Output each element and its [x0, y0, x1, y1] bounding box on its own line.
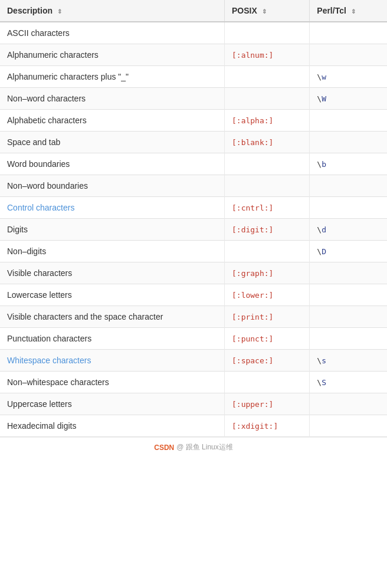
table-container: Description ⇕ POSIX ⇕ Perl/Tcl ⇕ ASCII c…: [0, 0, 387, 437]
table-row: Whitespace characters[:space:]\s: [0, 350, 387, 372]
cell-posix: [224, 66, 309, 88]
cell-perl: \b: [310, 153, 387, 175]
table-row: Word boundaries\b: [0, 153, 387, 175]
cell-perl: \D: [310, 241, 387, 262]
perl-value: \S: [317, 378, 326, 387]
table-header-row: Description ⇕ POSIX ⇕ Perl/Tcl ⇕: [0, 0, 387, 22]
table-row: Space and tab[:blank:]: [0, 132, 387, 153]
table-row: Digits[:digit:]\d: [0, 219, 387, 241]
cell-posix: [224, 153, 309, 175]
cell-description: Punctuation characters: [0, 328, 224, 350]
cell-posix: [:blank:]: [224, 132, 309, 153]
cell-posix: [224, 175, 309, 197]
cell-description: Alphanumeric characters plus "_": [0, 66, 224, 88]
posix-value: [:alpha:]: [232, 116, 273, 125]
table-row: ASCII characters: [0, 22, 387, 44]
description-link[interactable]: Whitespace characters: [7, 356, 91, 365]
cell-description: Whitespace characters: [0, 350, 224, 372]
cell-perl: \W: [310, 88, 387, 110]
cell-perl: [310, 393, 387, 415]
sort-icon-description: ⇕: [57, 8, 62, 15]
cell-posix: [224, 22, 309, 44]
cell-description: Non–digits: [0, 241, 224, 262]
cell-perl: [310, 175, 387, 197]
posix-value: [:punct:]: [232, 334, 273, 343]
cell-description: Hexadecimal digits: [0, 415, 224, 437]
cell-perl: [310, 262, 387, 284]
col-label-posix: POSIX: [232, 6, 257, 15]
table-row: Non–whitespace characters\S: [0, 372, 387, 393]
cell-description: Non–word characters: [0, 88, 224, 110]
cell-perl: \d: [310, 219, 387, 241]
cell-description: ASCII characters: [0, 22, 224, 44]
table-row: Alphabetic characters[:alpha:]: [0, 110, 387, 132]
cell-posix: [:space:]: [224, 350, 309, 372]
cell-posix: [:graph:]: [224, 262, 309, 284]
cell-perl: [310, 415, 387, 437]
watermark-bar: CSDN @ 跟鱼 Linux运维: [0, 437, 387, 457]
cell-description: Uppercase letters: [0, 393, 224, 415]
posix-value: [:cntrl:]: [232, 203, 273, 212]
cell-description: Alphabetic characters: [0, 110, 224, 132]
posix-value: [:space:]: [232, 356, 273, 365]
cell-perl: \w: [310, 66, 387, 88]
posix-value: [:lower:]: [232, 291, 273, 300]
cell-posix: [:alpha:]: [224, 110, 309, 132]
cell-perl: [310, 197, 387, 219]
table-row: Uppercase letters[:upper:]: [0, 393, 387, 415]
table-row: Non–word characters\W: [0, 88, 387, 110]
watermark-suffix: @ 跟鱼 Linux运维: [176, 442, 233, 452]
cell-posix: [224, 241, 309, 262]
col-header-perl[interactable]: Perl/Tcl ⇕: [310, 0, 387, 22]
cell-description: Alphanumeric characters: [0, 44, 224, 66]
cell-description: Control characters: [0, 197, 224, 219]
cell-description: Lowercase letters: [0, 284, 224, 306]
cell-posix: [:cntrl:]: [224, 197, 309, 219]
cell-posix: [:punct:]: [224, 328, 309, 350]
col-header-description[interactable]: Description ⇕: [0, 0, 224, 22]
table-row: Lowercase letters[:lower:]: [0, 284, 387, 306]
col-header-posix[interactable]: POSIX ⇕: [224, 0, 309, 22]
description-link[interactable]: Control characters: [7, 203, 74, 212]
col-label-description: Description: [7, 6, 53, 15]
cell-posix: [224, 88, 309, 110]
csdn-logo: CSDN: [154, 444, 174, 452]
cell-perl: [310, 110, 387, 132]
cell-posix: [:lower:]: [224, 284, 309, 306]
perl-value: \w: [317, 73, 326, 81]
table-row: Hexadecimal digits[:xdigit:]: [0, 415, 387, 437]
posix-value: [:alnum:]: [232, 51, 273, 60]
perl-value: \b: [317, 160, 326, 169]
sort-icon-perl: ⇕: [351, 8, 356, 15]
cell-posix: [:alnum:]: [224, 44, 309, 66]
table-row: Alphanumeric characters[:alnum:]: [0, 44, 387, 66]
table-row: Alphanumeric characters plus "_"\w: [0, 66, 387, 88]
table-row: Visible characters and the space charact…: [0, 306, 387, 328]
cell-description: Visible characters and the space charact…: [0, 306, 224, 328]
perl-value: \s: [317, 356, 326, 365]
table-row: Punctuation characters[:punct:]: [0, 328, 387, 350]
table-row: Non–digits\D: [0, 241, 387, 262]
cell-perl: [310, 306, 387, 328]
cell-description: Space and tab: [0, 132, 224, 153]
posix-value: [:graph:]: [232, 269, 273, 278]
perl-value: \d: [317, 225, 326, 234]
cell-description: Non–whitespace characters: [0, 372, 224, 393]
table-row: Non–word boundaries: [0, 175, 387, 197]
cell-posix: [:digit:]: [224, 219, 309, 241]
cell-perl: [310, 328, 387, 350]
cell-posix: [:print:]: [224, 306, 309, 328]
cell-posix: [224, 372, 309, 393]
cell-perl: [310, 284, 387, 306]
cell-perl: [310, 44, 387, 66]
cell-perl: [310, 132, 387, 153]
perl-value: \W: [317, 94, 326, 103]
cell-perl: [310, 22, 387, 44]
reference-table: Description ⇕ POSIX ⇕ Perl/Tcl ⇕ ASCII c…: [0, 0, 387, 437]
cell-description: Digits: [0, 219, 224, 241]
cell-description: Non–word boundaries: [0, 175, 224, 197]
cell-perl: \S: [310, 372, 387, 393]
posix-value: [:blank:]: [232, 138, 273, 147]
perl-value: \D: [317, 247, 326, 256]
posix-value: [:xdigit:]: [232, 422, 278, 431]
